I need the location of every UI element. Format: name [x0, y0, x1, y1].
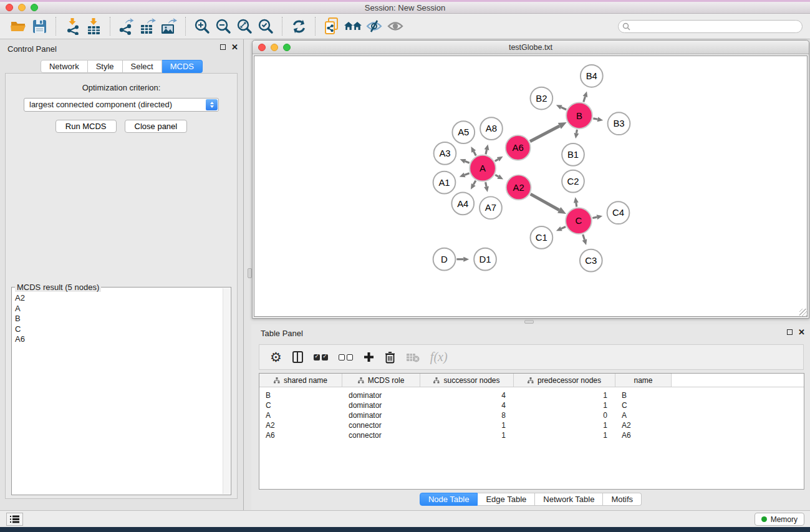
show-selected-button[interactable]: [385, 16, 406, 36]
tab-network[interactable]: Network: [41, 60, 88, 73]
table-cell[interactable]: connector: [342, 431, 420, 440]
home-button[interactable]: [342, 16, 364, 36]
graph-node-B2[interactable]: B2: [531, 87, 553, 110]
graph-edge-B-B2[interactable]: [561, 107, 566, 110]
delete-column-button[interactable]: [385, 349, 395, 366]
tab-edge-table[interactable]: Edge Table: [478, 493, 535, 506]
graph-node-A5[interactable]: A5: [452, 121, 475, 143]
table-row[interactable]: Adominator80A: [259, 410, 804, 420]
graph-edge-A-A3[interactable]: [465, 162, 470, 163]
graph-edge-C-C1[interactable]: [561, 226, 566, 228]
graph-node-A1[interactable]: A1: [433, 172, 456, 194]
tab-network-table[interactable]: Network Table: [535, 493, 603, 506]
mcds-result-item[interactable]: A2: [15, 293, 222, 304]
table-row[interactable]: Cdominator41C: [259, 400, 804, 410]
graph-edge-A2-C[interactable]: [531, 194, 559, 210]
graph-edge-B-B3[interactable]: [593, 118, 597, 119]
network-from-selection-button[interactable]: [321, 16, 342, 36]
table-cell[interactable]: A: [615, 411, 672, 420]
table-row[interactable]: A2connector11A2: [259, 420, 804, 430]
show-columns-button[interactable]: [292, 349, 303, 366]
tab-select[interactable]: Select: [123, 60, 162, 73]
table-row[interactable]: A6connector11A6: [259, 430, 804, 440]
table-cell[interactable]: 0: [514, 411, 615, 420]
table-cell[interactable]: C: [259, 401, 342, 410]
graph-node-A8[interactable]: A8: [480, 117, 503, 140]
close-network-button[interactable]: [258, 44, 266, 51]
graph-edge-C-C4[interactable]: [592, 217, 597, 218]
table-cell[interactable]: A6: [615, 431, 672, 440]
table-cell[interactable]: 4: [420, 401, 514, 410]
table-cell[interactable]: dominator: [342, 391, 420, 400]
table-cell[interactable]: dominator: [342, 401, 420, 410]
table-cell[interactable]: 8: [420, 411, 514, 420]
float-panel-icon[interactable]: [220, 44, 226, 50]
network-canvas[interactable]: AA1A2A3A4A5A6A7A8BB1B2B3B4CC1C2C3C4DD1: [254, 56, 808, 317]
table-cell[interactable]: C: [615, 401, 672, 410]
table-cell[interactable]: 4: [420, 391, 514, 400]
maximize-network-button[interactable]: [283, 44, 291, 51]
app-titlebar[interactable]: Session: New Session: [0, 2, 810, 14]
column-header-predecessor-nodes[interactable]: predecessor nodes: [514, 374, 615, 387]
table-cell[interactable]: A6: [259, 431, 342, 440]
zoom-in-button[interactable]: [191, 16, 213, 36]
deselect-all-columns-button[interactable]: [339, 349, 353, 366]
hide-selected-button[interactable]: [364, 16, 385, 36]
network-graph[interactable]: AA1A2A3A4A5A6A7A8BB1B2B3B4CC1C2C3C4DD1: [254, 56, 807, 316]
column-header-MCDS-role[interactable]: MCDS role: [342, 374, 420, 387]
table-cell[interactable]: 1: [514, 391, 615, 400]
graph-edge-B-B1[interactable]: [576, 130, 577, 133]
table-cell[interactable]: B: [259, 391, 342, 400]
column-header-successor-nodes[interactable]: successor nodes: [420, 374, 514, 387]
table-settings-button[interactable]: ⚙: [270, 349, 282, 366]
mcds-result-item[interactable]: A6: [15, 334, 222, 345]
column-header-shared-name[interactable]: shared name: [259, 374, 342, 387]
table-cell[interactable]: 1: [420, 421, 514, 430]
maximize-window-button[interactable]: [31, 4, 38, 11]
graph-edge-A-A8[interactable]: [486, 150, 487, 154]
network-window[interactable]: testGlobe.txt AA1A2A3A4A5A6A7A8BB1B2B3B4…: [252, 40, 809, 319]
graph-node-A[interactable]: A: [470, 155, 496, 181]
graph-edge-C-C2[interactable]: [576, 203, 577, 207]
table-cell[interactable]: 1: [514, 421, 615, 430]
graph-node-D1[interactable]: D1: [474, 248, 496, 271]
graph-node-A2[interactable]: A2: [506, 175, 531, 200]
graph-edge-A-A6[interactable]: [495, 159, 498, 161]
table-cell[interactable]: dominator: [342, 411, 420, 420]
graph-node-C1[interactable]: C1: [531, 226, 553, 249]
graph-edge-A6-B[interactable]: [530, 126, 559, 142]
open-session-button[interactable]: [7, 16, 29, 36]
close-window-button[interactable]: [6, 4, 13, 11]
table-cell[interactable]: connector: [342, 421, 420, 430]
apply-layout-button[interactable]: [288, 16, 309, 36]
import-table-button[interactable]: [83, 16, 104, 36]
tab-style[interactable]: Style: [88, 60, 123, 73]
criterion-select[interactable]: largest connected component (directed): [24, 98, 219, 112]
graph-node-D[interactable]: D: [433, 248, 456, 271]
select-all-columns-button[interactable]: [314, 349, 328, 366]
mcds-result-item[interactable]: C: [15, 324, 222, 335]
zoom-selected-button[interactable]: [255, 16, 276, 36]
table-cell[interactable]: 1: [514, 431, 615, 440]
node-table[interactable]: shared nameMCDS rolesuccessor nodesprede…: [259, 373, 804, 490]
graph-node-B3[interactable]: B3: [608, 112, 630, 135]
zoom-fit-button[interactable]: [234, 16, 255, 36]
save-session-button[interactable]: [29, 16, 50, 36]
table-cell[interactable]: B: [615, 391, 672, 400]
export-network-button[interactable]: [116, 16, 137, 36]
horizontal-divider-grip[interactable]: [524, 320, 534, 324]
resize-grip-icon[interactable]: [799, 309, 808, 317]
graph-edge-A-A2[interactable]: [495, 175, 498, 177]
minimize-network-button[interactable]: [271, 44, 278, 51]
column-header-name[interactable]: name: [615, 374, 672, 387]
vertical-divider-grip[interactable]: [248, 268, 252, 278]
add-column-button[interactable]: [364, 349, 374, 366]
tab-motifs[interactable]: Motifs: [603, 493, 642, 506]
graph-edge-A-A1[interactable]: [465, 173, 470, 175]
float-table-panel-icon[interactable]: [787, 329, 793, 335]
function-builder-button[interactable]: f(x): [430, 349, 448, 366]
graph-node-B[interactable]: B: [566, 102, 592, 128]
tab-mcds[interactable]: MCDS: [162, 60, 203, 73]
minimize-window-button[interactable]: [18, 4, 26, 11]
run-mcds-button[interactable]: Run MCDS: [55, 120, 117, 133]
